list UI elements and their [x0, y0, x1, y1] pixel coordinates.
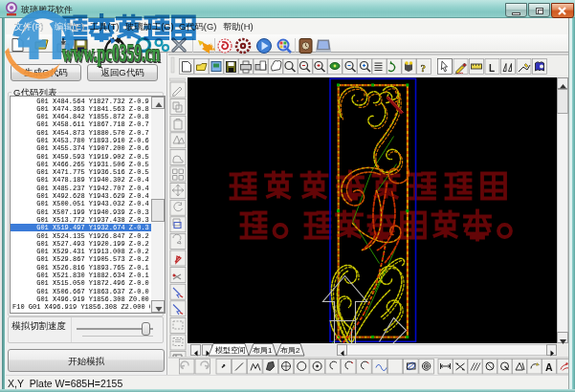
svg-text:L: L [489, 63, 495, 74]
svg-text:模型空间: 模型空间 [215, 346, 246, 355]
svg-text:布局1: 布局1 [253, 346, 273, 355]
svg-text:?: ? [421, 62, 427, 74]
svg-text:A: A [545, 361, 553, 373]
svg-text:布局2: 布局2 [280, 346, 300, 355]
